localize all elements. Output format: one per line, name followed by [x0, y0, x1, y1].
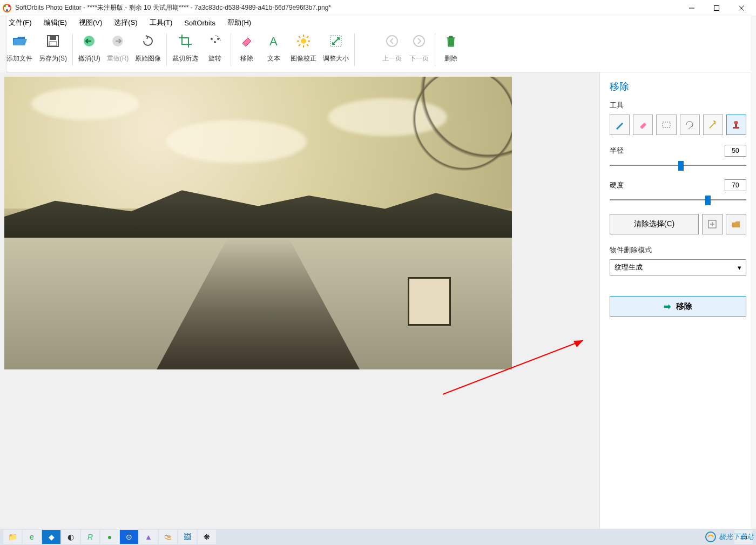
- prev-label: 上一页: [382, 54, 402, 63]
- taskbar-app1-icon[interactable]: ◆: [42, 530, 60, 544]
- taskbar-app4-icon[interactable]: ⊙: [120, 530, 138, 544]
- rotate-button[interactable]: 旋转: [201, 33, 228, 63]
- toolbar: 添加文件 另存为(S) 撤消(U) 重做(R) 原始图像 裁切所选 旋转 移除 …: [0, 29, 756, 72]
- apply-remove-button[interactable]: ➡ 移除: [610, 296, 746, 317]
- text-button[interactable]: A 文本: [260, 33, 287, 63]
- canvas-image[interactable]: [4, 77, 512, 369]
- eraser-tool[interactable]: [633, 115, 653, 135]
- sidebar-panel: 移除 工具 半径 50 硬度 70 清除选择(C) 物件: [599, 72, 756, 529]
- svg-point-38: [706, 532, 716, 542]
- resize-button[interactable]: 调整大小: [320, 33, 352, 63]
- menu-edit[interactable]: 编辑(E): [39, 17, 71, 29]
- svg-point-3: [6, 9, 8, 11]
- save-as-button[interactable]: 另存为(S): [36, 33, 70, 63]
- svg-line-22: [299, 36, 300, 38]
- brightness-icon: [296, 33, 311, 49]
- save-mask-button[interactable]: [702, 214, 723, 234]
- crop-button[interactable]: 裁切所选: [169, 33, 201, 63]
- svg-point-14: [211, 38, 213, 40]
- window-title: SoftOrbits Photo Editor - ****未注册版 - 剩余 …: [15, 3, 679, 12]
- rectangle-select-tool[interactable]: [656, 115, 676, 135]
- taskbar-store-icon[interactable]: 🛍: [159, 530, 177, 544]
- prev-icon: [384, 33, 400, 49]
- svg-point-13: [214, 41, 216, 43]
- minimize-button[interactable]: [679, 1, 704, 16]
- eraser-icon: [239, 33, 254, 49]
- svg-rect-31: [663, 122, 670, 127]
- prev-button[interactable]: 上一页: [379, 33, 406, 63]
- tool-label: 工具: [610, 100, 746, 110]
- svg-rect-32: [733, 127, 739, 129]
- apply-remove-label: 移除: [676, 301, 692, 312]
- menu-softorbits[interactable]: SoftOrbits: [180, 18, 220, 28]
- svg-rect-10: [49, 42, 57, 46]
- taskbar-wechat-icon[interactable]: ●: [100, 530, 119, 544]
- correction-button[interactable]: 图像校正: [287, 33, 320, 63]
- taskbar-app3-icon[interactable]: R: [81, 530, 99, 544]
- menu-tool[interactable]: 工具(T): [145, 17, 177, 29]
- menu-file[interactable]: 文件(F): [4, 17, 36, 29]
- radius-slider[interactable]: [610, 159, 746, 172]
- rotate-label: 旋转: [208, 54, 221, 63]
- svg-line-25: [307, 36, 308, 38]
- taskbar-explorer-icon[interactable]: 📁: [3, 530, 22, 544]
- taskbar-photos-icon[interactable]: 🖼: [178, 530, 197, 544]
- removal-mode-label: 物件删除模式: [610, 245, 746, 255]
- text-icon: A: [266, 33, 281, 49]
- workarea: 移除 工具 半径 50 硬度 70 清除选择(C) 物件: [0, 72, 756, 529]
- redo-button[interactable]: 重做(R): [104, 33, 132, 63]
- taskbar: 📁 e ◆ ◐ R ● ⊙ ▲ 🛍 🖼 ❋ ▭: [0, 529, 756, 545]
- close-button[interactable]: [729, 1, 754, 16]
- add-file-label: 添加文件: [6, 54, 32, 63]
- watermark-text: 极光下载站: [719, 532, 754, 542]
- hardness-slider[interactable]: [610, 193, 746, 206]
- removal-mode-value: 纹理生成: [615, 263, 643, 272]
- menu-help[interactable]: 帮助(H): [223, 17, 255, 29]
- radius-label: 半径: [610, 146, 624, 156]
- taskbar-app5-icon[interactable]: ▲: [139, 530, 158, 544]
- stamp-tool[interactable]: [726, 115, 746, 135]
- removal-mode-dropdown[interactable]: 纹理生成 ▾: [610, 259, 746, 275]
- toolbar-separator: [231, 33, 231, 66]
- svg-rect-5: [714, 5, 719, 10]
- add-file-button[interactable]: 添加文件: [3, 33, 36, 63]
- remove-button[interactable]: 移除: [233, 33, 260, 63]
- load-mask-button[interactable]: [726, 214, 746, 234]
- taskbar-app2-icon[interactable]: ◐: [62, 530, 80, 544]
- resize-icon: [328, 33, 343, 49]
- magic-wand-tool[interactable]: [703, 115, 723, 135]
- undo-label: 撤消(U): [78, 54, 100, 63]
- titlebar: SoftOrbits Photo Editor - ****未注册版 - 剩余 …: [0, 0, 756, 16]
- redo-icon: [110, 33, 125, 49]
- svg-point-1: [4, 5, 6, 7]
- canvas-zone[interactable]: [0, 72, 599, 529]
- original-button[interactable]: 原始图像: [132, 33, 164, 63]
- delete-label: 删除: [444, 54, 457, 63]
- clear-selection-button[interactable]: 清除选择(C): [610, 214, 699, 234]
- revert-icon: [140, 33, 156, 49]
- marker-tool[interactable]: [610, 115, 630, 135]
- svg-point-17: [301, 38, 306, 44]
- rotate-icon: [207, 33, 222, 49]
- save-icon: [45, 33, 60, 49]
- folder-open-icon: [12, 33, 27, 49]
- correction-label: 图像校正: [291, 54, 316, 63]
- delete-button[interactable]: 删除: [437, 33, 464, 63]
- maximize-button[interactable]: [704, 1, 729, 16]
- save-as-label: 另存为(S): [39, 54, 67, 63]
- menu-select[interactable]: 选择(S): [110, 17, 141, 29]
- taskbar-edge-icon[interactable]: e: [23, 530, 41, 544]
- panel-title: 移除: [610, 80, 746, 93]
- undo-icon: [82, 33, 97, 49]
- hardness-value[interactable]: 70: [725, 179, 746, 191]
- taskbar-softorbits-icon[interactable]: ❋: [198, 530, 216, 544]
- resize-label: 调整大小: [323, 54, 349, 63]
- radius-value[interactable]: 50: [725, 145, 746, 157]
- undo-button[interactable]: 撤消(U): [75, 33, 104, 63]
- crop-label: 裁切所选: [172, 54, 198, 63]
- menu-view[interactable]: 视图(V): [75, 17, 106, 29]
- lasso-tool[interactable]: [680, 115, 700, 135]
- trash-icon: [443, 33, 458, 49]
- next-button[interactable]: 下一页: [406, 33, 433, 63]
- next-label: 下一页: [409, 54, 429, 63]
